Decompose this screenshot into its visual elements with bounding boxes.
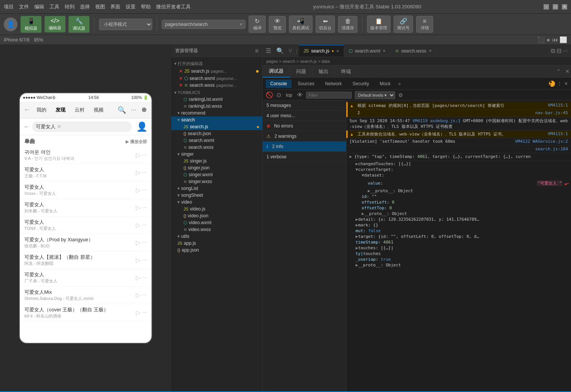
- file-tree-item-app-json[interactable]: {} app.json: [171, 247, 262, 253]
- yunmuics-section[interactable]: ▾ YUNMUICS: [171, 89, 262, 96]
- file-tree-item-rankingList-wxss[interactable]: ≋ rankingList.wxss: [171, 103, 262, 110]
- sec-tab-mock[interactable]: Mock: [375, 80, 395, 88]
- open-file-search-js[interactable]: ✕ JS search.js pages\... ●: [171, 67, 262, 75]
- menu-item-wechat[interactable]: 微信开发者工具: [156, 3, 191, 10]
- proto2-expand[interactable]: ▶: [362, 211, 364, 216]
- current-expand[interactable]: ▼: [356, 167, 358, 172]
- open-file-search-wxss[interactable]: ✕ ≋ search.wxss pages/se...: [171, 82, 262, 89]
- song-more-btn[interactable]: ···: [142, 169, 147, 176]
- msg-2-warnings[interactable]: ⚠ 2 warnings: [263, 131, 346, 142]
- compile-button[interactable]: ↻ 编译: [249, 16, 266, 33]
- changed-expand[interactable]: ▶: [356, 161, 358, 166]
- details-button[interactable]: ≡ 详情: [416, 16, 433, 33]
- nav-tab-discover[interactable]: 发现: [53, 105, 69, 115]
- file-tree-item-video-js[interactable]: JS video.js: [171, 206, 262, 212]
- tab-close-js[interactable]: ✕: [336, 49, 339, 53]
- open-file-search-wxml[interactable]: ✕ ⬡ search.wxml pages/se...: [171, 75, 262, 82]
- msg-2-info[interactable]: ℹ 2 info: [263, 142, 346, 152]
- song-more-btn[interactable]: ···: [142, 151, 147, 159]
- nav-tab-mine[interactable]: 我的: [33, 105, 49, 115]
- tab-close-wxml[interactable]: ✕: [383, 49, 386, 53]
- tab-issues[interactable]: 问题: [290, 65, 313, 78]
- tools-warn-link[interactable]: VM4115:1: [548, 131, 568, 136]
- mark-expand[interactable]: ▶: [356, 223, 358, 228]
- eye-icon[interactable]: 👁: [297, 92, 303, 99]
- menu-item-goto[interactable]: 转到: [65, 3, 75, 10]
- nav-tab-cloud[interactable]: 云村: [72, 105, 88, 115]
- violation-link[interactable]: VM4122 WAService.js:2: [515, 139, 568, 144]
- sec-tab-network[interactable]: Network: [321, 80, 346, 88]
- file-tree-item-singer[interactable]: ▾ singer: [171, 151, 262, 158]
- song-play-btn[interactable]: ▷: [136, 204, 140, 211]
- msg-no-errors[interactable]: ⊗ No errors: [263, 121, 346, 131]
- menu-item-file[interactable]: 文件: [19, 3, 29, 10]
- tab-terminal[interactable]: 终端: [335, 65, 357, 78]
- searchjs-link[interactable]: search.js:184: [535, 147, 568, 151]
- play-all-btn[interactable]: ▶ 播放全部: [126, 139, 147, 145]
- song-more-btn[interactable]: ···: [142, 239, 147, 246]
- version-mgmt-button[interactable]: 📋 版本管理: [367, 16, 391, 33]
- song-item[interactable]: 可爱女人Mix Shrines.Sakura.Dog - 可爱女人.remix …: [20, 287, 152, 304]
- tab-search-wxss[interactable]: ≋ search.wxss ✕: [391, 45, 437, 57]
- minimize-button[interactable]: －: [544, 4, 549, 10]
- tab-output[interactable]: 输出: [313, 65, 335, 78]
- msg-1-verbose[interactable]: 1 verbose: [263, 152, 346, 162]
- song-item[interactable]: 可爱女人（Prod by Xiangyue） 徐浩鹏 - BUD ▷ ···: [20, 234, 152, 252]
- sec-tab-sources[interactable]: Sources: [293, 80, 319, 88]
- song-item[interactable]: 可爱女人 王极 - F.T.M ▷ ···: [20, 164, 152, 182]
- file-tree-item-singer-js[interactable]: JS singer.js: [171, 158, 262, 164]
- tab-search-wxml[interactable]: ⬡ search.wxml ✕: [344, 45, 391, 57]
- navlink-link[interactable]: nav-bar.js:45: [535, 110, 568, 115]
- tab-debugger[interactable]: 调试器: [263, 65, 290, 78]
- devtools-chevron-up[interactable]: ⌃: [555, 68, 562, 75]
- song-play-btn[interactable]: ▷: [136, 169, 140, 176]
- more-icon[interactable]: ···: [131, 106, 136, 114]
- search-icon[interactable]: 🔍: [118, 106, 126, 114]
- song-play-btn[interactable]: ▷: [136, 292, 140, 299]
- song-item[interactable]: 可爱女人 TON9 - 可爱女人 ▷ ···: [20, 217, 152, 234]
- file-tree-item-video-json[interactable]: {} video.json: [171, 212, 262, 219]
- layout-icon[interactable]: ⊟: [557, 47, 561, 54]
- song-more-btn[interactable]: ···: [142, 257, 147, 264]
- more-tabs-icon[interactable]: »: [398, 81, 401, 86]
- menu-item-help[interactable]: 帮助: [141, 3, 151, 10]
- back-arrow-icon[interactable]: ←: [24, 106, 30, 114]
- file-tree-item-app-js[interactable]: JS app.js: [171, 240, 262, 247]
- song-item[interactable]: 可爱女人（cover 王极）（翻自 王极） kill it - 秋名山的酒保 ▷…: [20, 304, 152, 322]
- close-button[interactable]: ✕: [562, 4, 567, 10]
- close-file-icon[interactable]: ✕: [179, 69, 183, 74]
- console-menu-icon[interactable]: ⋮: [557, 81, 562, 86]
- song-more-btn[interactable]: ···: [142, 274, 147, 281]
- background-button[interactable]: ⬅ 切后台: [316, 16, 335, 33]
- song-more-btn[interactable]: ···: [142, 292, 147, 299]
- proto1-expand[interactable]: ▶: [368, 188, 370, 193]
- search-clear-icon[interactable]: ✕: [57, 124, 61, 129]
- console-top-icon[interactable]: ⊙: [276, 91, 281, 99]
- sec-tab-console[interactable]: Console: [266, 80, 292, 88]
- real-debug-button[interactable]: 📲 真机调试: [289, 16, 313, 33]
- menu-item-select[interactable]: 选择: [80, 3, 90, 10]
- proto3-expand[interactable]: ▶: [356, 263, 358, 268]
- file-tree-item-video-wxss[interactable]: ≋ video.wxss: [171, 226, 262, 233]
- console-close-icon[interactable]: ✕: [564, 81, 568, 86]
- close-wxss-icon[interactable]: ✕: [179, 83, 183, 88]
- log-level-select[interactable]: Default levels ▾: [355, 91, 395, 99]
- close-wxml-icon[interactable]: ✕: [179, 76, 183, 81]
- menu-item-settings[interactable]: 设置: [126, 3, 136, 10]
- song-more-btn[interactable]: ···: [142, 204, 147, 211]
- song-item[interactable]: 可爱女人 厂子弟 - 可爱女人 ▷ ···: [20, 269, 152, 287]
- tab-search-js[interactable]: JS search.js ● ✕: [299, 45, 344, 57]
- song-item[interactable]: 可爱女人 Vzxxx - 可爱女人 ▷ ···: [20, 182, 152, 199]
- maximize-button[interactable]: □: [553, 4, 558, 10]
- song-item[interactable]: 可爱女人【摇滚】（翻自 群星） 阿龙 - 阿龙翻唱 ▷ ···: [20, 252, 152, 269]
- test-num-button[interactable]: 🔗 测试号: [394, 16, 413, 33]
- obj-expand-arrow[interactable]: ▶: [349, 154, 352, 159]
- song-play-btn[interactable]: ▷: [136, 257, 140, 264]
- song-play-btn[interactable]: ▷: [136, 274, 140, 281]
- file-tree-item-utils[interactable]: ▾ utils: [171, 233, 262, 240]
- sec-tab-security[interactable]: Security: [348, 80, 373, 88]
- song-play-btn[interactable]: ▷: [136, 239, 140, 246]
- menu-item-view[interactable]: 视图: [95, 3, 105, 10]
- file-tree-item-search-js[interactable]: JS search.js ●: [171, 123, 262, 130]
- dataset-expand[interactable]: ▼: [362, 173, 364, 178]
